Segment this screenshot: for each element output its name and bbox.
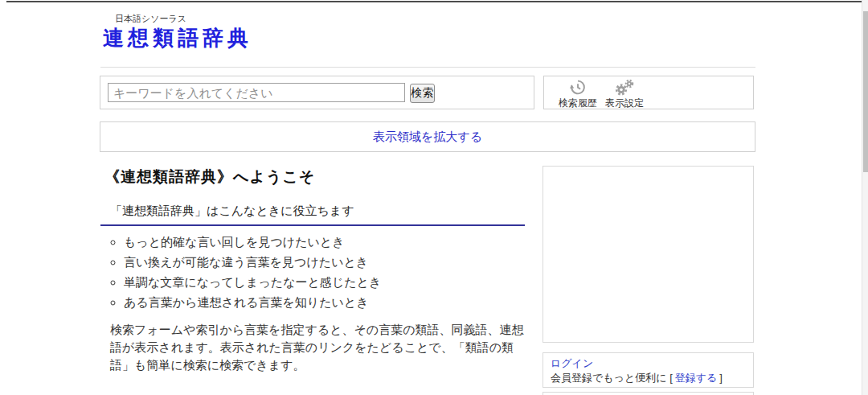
window-top-border xyxy=(6,1,862,2)
expand-area-link[interactable]: 表示領域を拡大する xyxy=(373,130,482,145)
site-tagline: 日本語シソーラス xyxy=(115,13,186,25)
use-case-item: もっと的確な言い回しを見つけたいとき xyxy=(124,232,381,252)
scrollbar-thumb[interactable] xyxy=(863,11,868,172)
welcome-heading: 《連想類語辞典》へようこそ xyxy=(104,167,315,187)
display-settings-button[interactable]: 表示設定 xyxy=(601,79,648,110)
section-heading: 「連想類語辞典」はこんなときに役立ちます xyxy=(100,204,525,226)
header-divider xyxy=(100,67,755,68)
page: 日本語シソーラス 連想類語辞典 検索 検索履歴 xyxy=(0,0,868,395)
search-button[interactable]: 検索 xyxy=(410,84,435,103)
register-line: 会員登録でもっと便利に [登録する] xyxy=(551,372,746,385)
display-settings-label: 表示設定 xyxy=(605,97,644,110)
search-panel: 検索 xyxy=(100,76,534,109)
use-case-list: もっと的確な言い回しを見つけたいとき 言い換えが可能な違う言葉を見つけたいとき … xyxy=(103,232,381,312)
use-case-item: ある言葉から連想される言葉を知りたいとき xyxy=(124,292,381,312)
login-link[interactable]: ログイン xyxy=(551,357,593,370)
expand-area-bar: 表示領域を拡大する xyxy=(100,121,755,152)
register-suffix-text: ] xyxy=(719,372,723,384)
login-panel: ログイン 会員登録でもっと便利に [登録する] xyxy=(542,352,754,388)
tools-panel: 検索履歴 表示設定 xyxy=(543,76,754,109)
register-link[interactable]: 登録する xyxy=(675,372,718,384)
description-paragraph: 検索フォームや索引から言葉を指定すると、その言葉の類語、同義語、連想語が表示され… xyxy=(110,321,530,374)
search-input[interactable] xyxy=(108,83,405,102)
search-history-button[interactable]: 検索履歴 xyxy=(555,79,601,110)
search-history-label: 検索履歴 xyxy=(559,97,597,110)
sidebar-next-panel-edge xyxy=(542,392,754,395)
ad-placeholder-box xyxy=(542,166,754,343)
history-icon xyxy=(569,79,587,96)
use-case-item: 単調な文章になってしまったなーと感じたとき xyxy=(124,272,381,292)
scrollbar[interactable] xyxy=(862,0,868,395)
site-title-link[interactable]: 連想類語辞典 xyxy=(103,24,252,52)
use-case-item: 言い換えが可能な違う言葉を見つけたいとき xyxy=(124,252,381,272)
gears-icon xyxy=(614,79,635,96)
register-prefix-text: 会員登録でもっと便利に [ xyxy=(551,372,673,384)
